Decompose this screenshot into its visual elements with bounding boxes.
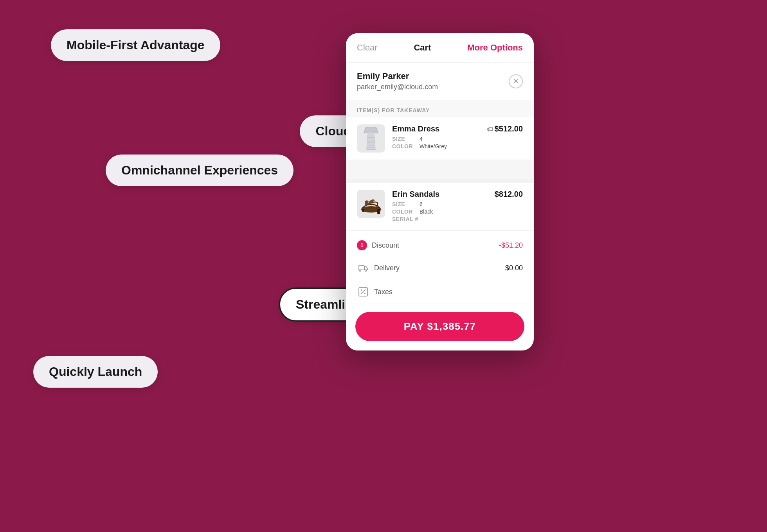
svg-point-15 <box>364 293 365 294</box>
items-section: ITEM(S) FOR TAKEAWAY Emma Dress <box>346 100 534 231</box>
percent-icon <box>357 286 369 298</box>
pay-button-label: PAY $1,385.77 <box>404 320 476 332</box>
cart-item-sandals: Erin Sandals $812.00 SIZE 6 COLOR Black … <box>346 183 534 231</box>
delivery-left: Delivery <box>357 262 400 274</box>
svg-rect-9 <box>358 266 364 270</box>
discount-label: Discount <box>372 241 399 250</box>
delivery-value: $0.00 <box>505 264 523 272</box>
items-label: ITEM(S) FOR TAKEAWAY <box>346 100 534 117</box>
item-details-dress: Emma Dress 🏷$512.00 SIZE 4 COLOR White/G… <box>392 124 523 151</box>
svg-rect-8 <box>362 209 364 212</box>
close-button[interactable]: ✕ <box>509 74 523 88</box>
quickly-launch-pill: Quickly Launch <box>33 356 158 388</box>
item-name-dress: Emma Dress <box>392 124 439 133</box>
discount-badge: 1 <box>357 240 367 250</box>
discount-left: 1 Discount <box>357 240 399 250</box>
customer-email: parker_emily@icloud.com <box>357 83 438 91</box>
svg-point-10 <box>359 270 361 271</box>
item-price-sandals: $812.00 <box>495 190 523 199</box>
discount-value: -$51.20 <box>499 241 523 250</box>
svg-point-11 <box>365 270 367 271</box>
item-image-sandals <box>357 190 385 218</box>
svg-point-14 <box>361 289 362 291</box>
app-mockup: Clear Cart More Options Emily Parker par… <box>346 33 534 350</box>
taxes-left: Taxes <box>357 286 393 298</box>
item-price-dress: 🏷$512.00 <box>487 124 523 133</box>
pay-button[interactable]: PAY $1,385.77 <box>355 312 524 341</box>
customer-name: Emily Parker <box>357 71 438 81</box>
mobile-first-label: Mobile-First Advantage <box>67 38 205 52</box>
discount-row: 1 Discount -$51.20 <box>346 235 534 256</box>
item-details-sandals: Erin Sandals $812.00 SIZE 6 COLOR Black … <box>392 190 523 223</box>
header-clear[interactable]: Clear <box>357 43 378 53</box>
partial-item <box>346 160 534 179</box>
delivery-row: Delivery $0.00 <box>346 256 534 280</box>
omnichannel-label: Omnichannel Experiences <box>121 163 278 178</box>
delivery-label: Delivery <box>374 264 400 272</box>
quickly-launch-label: Quickly Launch <box>49 365 142 379</box>
svg-rect-7 <box>377 209 380 214</box>
omnichannel-pill: Omnichannel Experiences <box>106 155 293 186</box>
taxes-row: Taxes <box>346 280 534 304</box>
mobile-first-pill: Mobile-First Advantage <box>51 29 220 61</box>
item-name-sandals: Erin Sandals <box>392 190 439 199</box>
item-image-dress <box>357 124 385 153</box>
summary-section: 1 Discount -$51.20 Delivery $0.00 <box>346 231 534 308</box>
cart-item-dress: Emma Dress 🏷$512.00 SIZE 4 COLOR White/G… <box>346 117 534 160</box>
taxes-label: Taxes <box>374 288 393 296</box>
customer-section: Emily Parker parker_emily@icloud.com ✕ <box>346 63 534 100</box>
header-more-options[interactable]: More Options <box>467 43 523 53</box>
middle-divider <box>346 179 534 183</box>
truck-icon <box>357 262 369 274</box>
header-cart: Cart <box>414 43 431 53</box>
customer-info: Emily Parker parker_emily@icloud.com <box>357 71 438 91</box>
app-header: Clear Cart More Options <box>346 33 534 63</box>
